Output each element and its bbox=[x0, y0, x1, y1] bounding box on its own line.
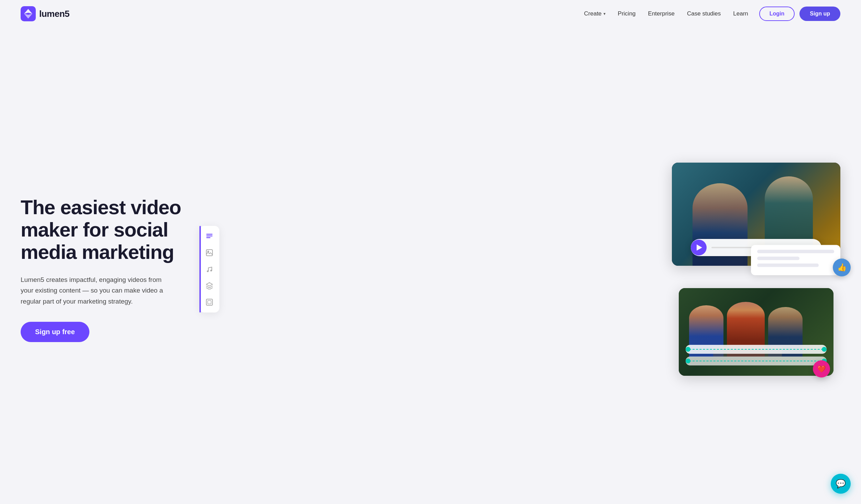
timeline-dashed-1 bbox=[689, 349, 823, 350]
heart-badge bbox=[813, 360, 830, 377]
edit-panel-overlay: + bbox=[751, 245, 840, 275]
svg-rect-2 bbox=[206, 235, 212, 237]
edit-line-1 bbox=[757, 250, 834, 253]
edit-line-3 bbox=[757, 264, 819, 267]
sidebar-image-icon[interactable] bbox=[205, 249, 214, 257]
hero-left: The easiest video maker for social media… bbox=[21, 196, 186, 342]
svg-rect-1 bbox=[206, 234, 212, 235]
timeline-track-2 bbox=[686, 357, 827, 365]
play-button[interactable] bbox=[691, 240, 707, 255]
signup-free-button[interactable]: Sign up free bbox=[21, 322, 89, 342]
svg-rect-8 bbox=[206, 299, 212, 305]
hero-right: + bbox=[199, 163, 840, 376]
login-button[interactable]: Login bbox=[759, 7, 795, 21]
sidebar-text-icon[interactable] bbox=[205, 232, 214, 240]
hero-title: The easiest video maker for social media… bbox=[21, 196, 186, 263]
nav-item-create[interactable]: Create ▾ bbox=[584, 10, 606, 17]
navbar: lumen5 Create ▾ Pricing Enterprise Case … bbox=[0, 0, 861, 28]
svg-point-7 bbox=[210, 270, 212, 272]
nav-item-enterprise[interactable]: Enterprise bbox=[648, 10, 675, 17]
svg-rect-9 bbox=[208, 300, 211, 304]
timeline-dot-left-2 bbox=[686, 359, 690, 363]
nav-links: Create ▾ Pricing Enterprise Case studies… bbox=[584, 10, 748, 17]
timeline-dot-left-1 bbox=[686, 347, 690, 352]
hero-section: The easiest video maker for social media… bbox=[0, 28, 861, 504]
sidebar-frame-icon[interactable] bbox=[205, 298, 214, 306]
like-badge bbox=[833, 259, 851, 276]
logo-icon bbox=[21, 6, 36, 21]
nav-item-case-studies[interactable]: Case studies bbox=[687, 10, 721, 17]
svg-rect-4 bbox=[206, 250, 212, 256]
sidebar-layers-icon[interactable] bbox=[205, 282, 214, 290]
nav-item-pricing[interactable]: Pricing bbox=[618, 10, 636, 17]
brand-name: lumen5 bbox=[39, 9, 69, 19]
video-card-bottom bbox=[679, 288, 833, 376]
nav-item-learn[interactable]: Learn bbox=[733, 10, 748, 17]
timeline-track-1 bbox=[686, 345, 827, 354]
timeline-dashed-2 bbox=[689, 361, 823, 361]
signup-nav-button[interactable]: Sign up bbox=[799, 7, 840, 21]
hero-description: Lumen5 creates impactful, engaging video… bbox=[21, 274, 172, 307]
svg-rect-0 bbox=[21, 6, 36, 21]
logo-link[interactable]: lumen5 bbox=[21, 6, 69, 21]
edit-line-2 bbox=[757, 257, 799, 260]
svg-point-6 bbox=[207, 271, 209, 272]
caret-icon: ▾ bbox=[603, 11, 606, 16]
chat-bubble[interactable]: 💬 bbox=[831, 474, 851, 494]
sidebar-music-icon[interactable] bbox=[205, 265, 214, 273]
sidebar-active-indicator bbox=[199, 226, 201, 313]
svg-rect-3 bbox=[206, 237, 210, 238]
video-background-bottom bbox=[679, 288, 833, 376]
editor-sidebar bbox=[199, 226, 219, 313]
timeline-dot-right-1 bbox=[822, 347, 827, 352]
timeline-overlay bbox=[686, 345, 827, 368]
